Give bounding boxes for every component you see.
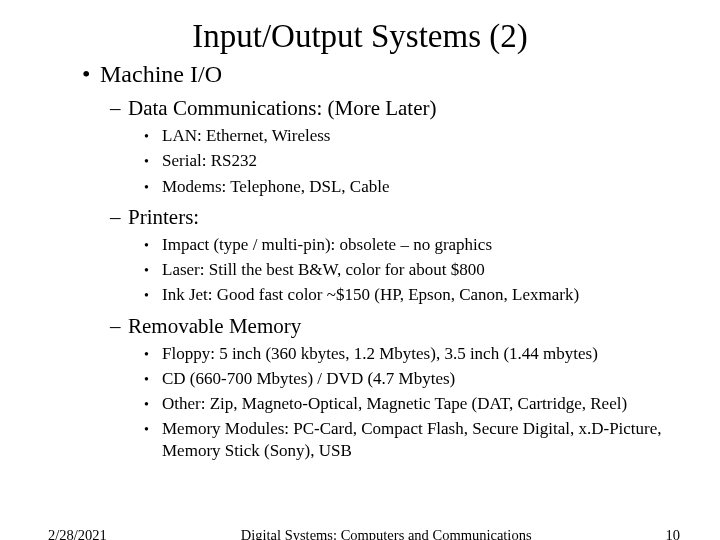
bullet-text: Impact (type / multi-pin): obsolete – no…	[162, 234, 492, 255]
bullet-text: Other: Zip, Magneto-Optical, Magnetic Ta…	[162, 393, 627, 414]
bullet-l3-other: • Other: Zip, Magneto-Optical, Magnetic …	[144, 393, 672, 414]
bullet-l2-printers: – Printers:	[110, 205, 672, 230]
slide: Input/Output Systems (2) • Machine I/O –…	[0, 18, 720, 540]
bullet-icon: •	[144, 128, 162, 146]
bullet-l3-impact: • Impact (type / multi-pin): obsolete – …	[144, 234, 672, 255]
bullet-l3-floppy: • Floppy: 5 inch (360 kbytes, 1.2 Mbytes…	[144, 343, 672, 364]
bullet-icon: •	[144, 262, 162, 280]
bullet-l2-datacom: – Data Communications: (More Later)	[110, 96, 672, 121]
bullet-icon: •	[144, 287, 162, 305]
bullet-l3-cd: • CD (660-700 Mbytes) / DVD (4.7 Mbytes)	[144, 368, 672, 389]
bullet-text: LAN: Ethernet, Wireless	[162, 125, 330, 146]
bullet-text: CD (660-700 Mbytes) / DVD (4.7 Mbytes)	[162, 368, 455, 389]
bullet-l3-serial: • Serial: RS232	[144, 150, 672, 171]
bullet-l3-inkjet: • Ink Jet: Good fast color ~$150 (HP, Ep…	[144, 284, 672, 305]
dash-icon: –	[110, 314, 128, 339]
bullet-icon: •	[144, 421, 162, 439]
bullet-l3-memory-modules: • Memory Modules: PC-Card, Compact Flash…	[144, 418, 672, 461]
bullet-l3-laser: • Laser: Still the best B&W, color for a…	[144, 259, 672, 280]
dash-icon: –	[110, 96, 128, 121]
bullet-text: Data Communications: (More Later)	[128, 96, 437, 121]
bullet-text: Ink Jet: Good fast color ~$150 (HP, Epso…	[162, 284, 579, 305]
footer-date: 2/28/2021	[48, 527, 107, 540]
bullet-l2-removable: – Removable Memory	[110, 314, 672, 339]
bullet-text: Laser: Still the best B&W, color for abo…	[162, 259, 485, 280]
bullet-text: Memory Modules: PC-Card, Compact Flash, …	[162, 418, 672, 461]
bullet-text: Floppy: 5 inch (360 kbytes, 1.2 Mbytes),…	[162, 343, 598, 364]
bullet-icon: •	[144, 153, 162, 171]
bullet-text: Serial: RS232	[162, 150, 257, 171]
bullet-l3-lan: • LAN: Ethernet, Wireless	[144, 125, 672, 146]
bullet-icon: •	[144, 346, 162, 364]
bullet-icon: •	[144, 396, 162, 414]
bullet-text: Removable Memory	[128, 314, 301, 339]
bullet-text: Modems: Telephone, DSL, Cable	[162, 176, 390, 197]
bullet-icon: •	[82, 61, 100, 88]
dash-icon: –	[110, 205, 128, 230]
bullet-l3-modems: • Modems: Telephone, DSL, Cable	[144, 176, 672, 197]
footer-title: Digital Systems: Computers and Communica…	[107, 527, 666, 540]
bullet-text: Machine I/O	[100, 61, 222, 88]
bullet-icon: •	[144, 179, 162, 197]
bullet-text: Printers:	[128, 205, 199, 230]
bullet-icon: •	[144, 237, 162, 255]
footer-page-number: 10	[666, 527, 681, 540]
slide-content: • Machine I/O – Data Communications: (Mo…	[0, 61, 720, 461]
bullet-l1-machine-io: • Machine I/O	[82, 61, 672, 88]
bullet-icon: •	[144, 371, 162, 389]
slide-footer: 2/28/2021 Digital Systems: Computers and…	[0, 527, 720, 540]
slide-title: Input/Output Systems (2)	[0, 18, 720, 55]
